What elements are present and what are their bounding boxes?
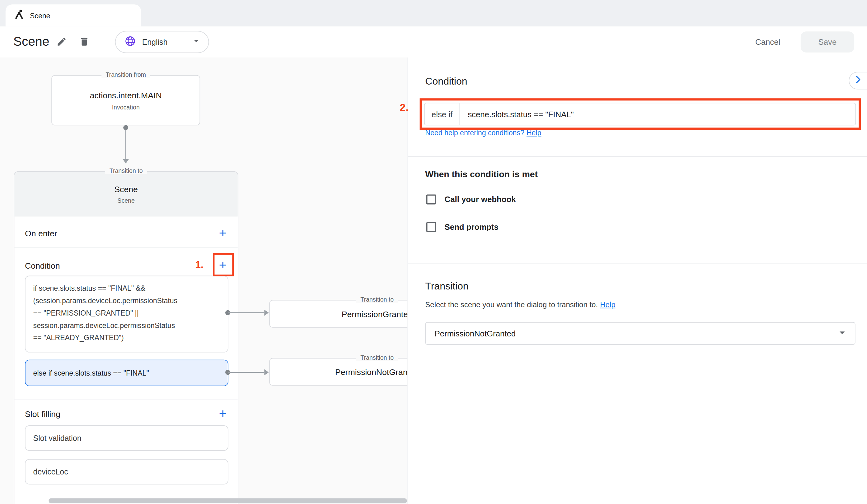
collapse-panel-button[interactable]: [849, 72, 867, 89]
condition-expression-input[interactable]: [460, 103, 855, 125]
divider: [408, 264, 867, 264]
condition-item-2-selected[interactable]: else if scene.slots.status == "FINAL": [25, 360, 228, 386]
transition-target-permissiongranted[interactable]: Transition to PermissionGranted: [269, 300, 407, 328]
add-condition-button[interactable]: +: [215, 258, 231, 273]
language-selector[interactable]: English: [115, 31, 209, 53]
chevron-right-icon: [852, 73, 864, 88]
tab-title: Scene: [30, 11, 51, 20]
intent-name: actions.intent.MAIN: [90, 90, 162, 100]
transition-target-permissionnotgranted[interactable]: Transition to PermissionNotGranted: [269, 358, 407, 385]
chevron-down-icon: [191, 35, 202, 49]
target-scene-name: PermissionNotGranted: [335, 367, 408, 376]
when-condition-met-title: When this condition is met: [425, 169, 538, 179]
condition-label: Condition: [25, 261, 60, 270]
checkbox-call-webhook[interactable]: [426, 194, 436, 204]
page-title: Scene: [13, 34, 50, 49]
cancel-button[interactable]: Cancel: [747, 32, 789, 52]
scene-card-legend: Transition to: [105, 167, 147, 174]
scene-card-title: Scene: [114, 184, 138, 194]
trash-icon: [79, 36, 89, 49]
add-slot-button[interactable]: +: [215, 406, 231, 421]
condition-detail-panel: Condition 2. else if Need help entering …: [407, 57, 867, 504]
scene-node-card: Transition to Scene Scene On enter + Con…: [14, 171, 238, 504]
on-enter-section: On enter +: [25, 226, 231, 241]
actions-on-google-icon: [14, 9, 24, 21]
transition-scene-select[interactable]: PermissionNotGranted: [425, 322, 855, 345]
transition-description: Select the scene you want the dialog to …: [425, 301, 615, 309]
app-header: Scene English: [0, 26, 867, 57]
slot-filling-label: Slot filling: [25, 409, 60, 418]
target-legend: Transition to: [356, 296, 398, 303]
condition-help-line: Need help entering conditions?Help: [425, 129, 541, 137]
annotation-step-1: 1.: [195, 259, 204, 271]
panel-title: Condition: [425, 76, 467, 87]
slot-item-validation[interactable]: Slot validation: [25, 425, 228, 451]
transition-from-legend: Transition from: [101, 71, 150, 78]
transition-description-text: Select the scene you want the dialog to …: [425, 301, 598, 309]
caret-down-icon: [836, 327, 848, 340]
browser-tab-bar: Scene: [0, 0, 867, 26]
globe-icon: [125, 35, 136, 49]
intent-type: Invocation: [112, 103, 140, 110]
conditions-help-link[interactable]: Help: [526, 129, 542, 137]
divider: [408, 156, 867, 157]
slot-item-deviceloc[interactable]: deviceLoc: [25, 459, 228, 485]
pencil-icon: [56, 36, 67, 49]
transition-help-link[interactable]: Help: [600, 301, 615, 309]
slot-filling-section: Slot filling +: [25, 406, 231, 421]
send-prompts-option[interactable]: Send prompts: [426, 222, 499, 232]
edit-scene-name-button[interactable]: [55, 36, 68, 49]
scene-editor-page: Scene Scene: [0, 0, 867, 504]
delete-scene-button[interactable]: [77, 36, 91, 49]
checkbox-label: Send prompts: [445, 223, 499, 231]
checkbox-send-prompts[interactable]: [426, 222, 436, 232]
selected-scene-value: PermissionNotGranted: [435, 329, 516, 338]
scene-card-header[interactable]: Scene Scene: [14, 172, 238, 217]
save-button[interactable]: Save: [801, 31, 854, 53]
target-legend: Transition to: [356, 354, 398, 361]
transition-section-title: Transition: [425, 281, 468, 292]
on-enter-label: On enter: [25, 229, 57, 238]
annotation-step-2: 2.: [400, 102, 409, 114]
scene-card-subtitle: Scene: [117, 197, 135, 204]
target-scene-name: PermissionGranted: [342, 309, 408, 318]
horizontal-scrollbar[interactable]: [49, 498, 407, 503]
call-webhook-option[interactable]: Call your webhook: [426, 194, 516, 204]
condition-item-1[interactable]: if scene.slots.status == "FINAL" && (ses…: [25, 276, 228, 353]
condition-editor-row: else if: [424, 102, 856, 125]
transition-from-node[interactable]: Transition from actions.intent.MAIN Invo…: [51, 75, 200, 125]
scene-diagram-canvas: Transition from actions.intent.MAIN Invo…: [0, 57, 407, 504]
add-on-enter-button[interactable]: +: [215, 226, 231, 241]
divider: [14, 399, 238, 399]
condition-operator: else if: [425, 103, 460, 125]
browser-tab-scene[interactable]: Scene: [6, 4, 141, 26]
language-label: English: [142, 37, 185, 46]
divider: [14, 248, 238, 248]
checkbox-label: Call your webhook: [445, 195, 516, 204]
help-prompt-text: Need help entering conditions?: [425, 129, 524, 137]
